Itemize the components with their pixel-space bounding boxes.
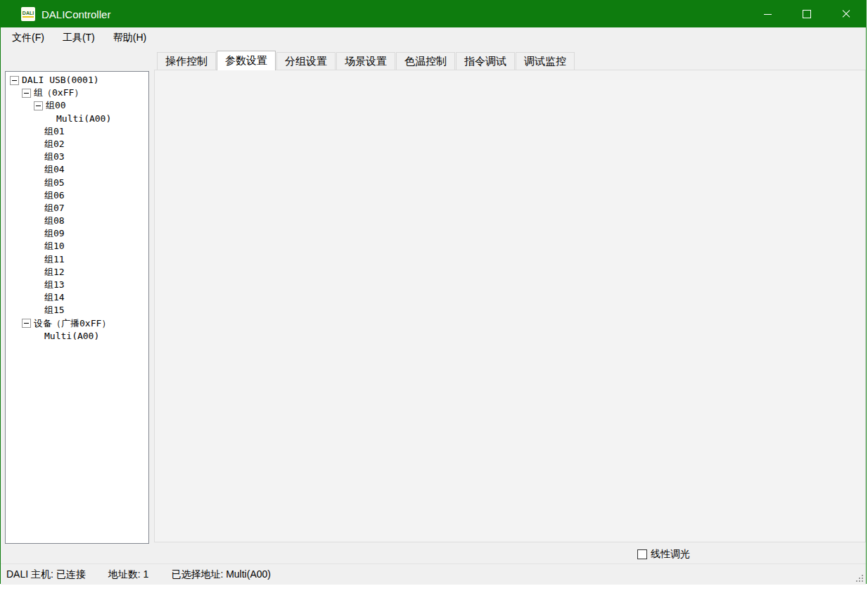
menu-item-1[interactable]: 工具(T) [56, 29, 102, 47]
close-button[interactable] [826, 1, 866, 27]
tree-item-group-root[interactable]: 组（0xFF） [6, 87, 148, 99]
tree-item-group-10[interactable]: 组10 [6, 240, 148, 253]
linear-dimming-checkbox-row: 线性调光 [637, 547, 690, 561]
tree-item-label: Multi(A00) [44, 330, 99, 343]
statusbar-host: DALI 主机: 已连接 [6, 568, 86, 581]
menu-bar: 文件(F)工具(T)帮助(H) [1, 27, 866, 49]
tab-分组设置[interactable]: 分组设置 [276, 52, 336, 70]
tab-场景设置[interactable]: 场景设置 [336, 52, 395, 70]
tree-item-label: 组09 [44, 227, 65, 240]
tree-item-group-00[interactable]: 组00 [6, 99, 148, 112]
app-icon-text: DALI [23, 11, 34, 18]
tab-参数设置[interactable]: 参数设置 [217, 51, 276, 70]
tab-调试监控[interactable]: 调试监控 [516, 52, 575, 70]
tree-item-group-03[interactable]: 组03 [6, 151, 148, 163]
tab-strip: 操作控制参数设置分组设置场景设置色温控制指令调试调试监控 [157, 52, 575, 70]
minimize-icon [764, 14, 772, 15]
linear-dimming-checkbox[interactable] [637, 549, 647, 559]
tree-item-label: 组07 [44, 202, 65, 215]
tree-item-device-broadcast[interactable]: 设备（广播0xFF） [6, 317, 148, 330]
tab-page-parameters [154, 70, 866, 542]
tree-item-group-07[interactable]: 组07 [6, 202, 148, 215]
tree-item-label: 组15 [44, 304, 65, 317]
tree-item-group-11[interactable]: 组11 [6, 253, 148, 266]
tree-item-label: 组01 [44, 125, 65, 138]
menu-item-0[interactable]: 文件(F) [5, 29, 51, 47]
tree-item-group-14[interactable]: 组14 [6, 291, 148, 304]
tree-expander-icon[interactable] [10, 76, 19, 85]
tree-item-group-05[interactable]: 组05 [6, 177, 148, 189]
tree-item-group-12[interactable]: 组12 [6, 266, 148, 279]
minimize-button[interactable] [748, 1, 787, 27]
statusbar-selected-address: 已选择地址: Multi(A00) [171, 568, 271, 581]
tree-item-group-06[interactable]: 组06 [6, 189, 148, 202]
tab-指令调试[interactable]: 指令调试 [456, 52, 515, 70]
tab-色温控制[interactable]: 色温控制 [396, 52, 455, 70]
tree-item-label: Multi(A00) [56, 113, 111, 125]
tree-item-label: 组12 [44, 266, 65, 279]
status-bar: DALI 主机: 已连接 地址数: 1 已选择地址: Multi(A00) [1, 563, 866, 585]
menu-item-2[interactable]: 帮助(H) [106, 29, 153, 47]
tree-item-group-02[interactable]: 组02 [6, 138, 148, 151]
tree-item-label: 组06 [44, 189, 65, 202]
tree-item-label: 组08 [44, 215, 65, 227]
device-tree[interactable]: DALI USB(0001)组（0xFF）组00Multi(A00)组01组02… [5, 71, 149, 544]
window-title: DALIController [42, 8, 748, 20]
app-window: DALI DALIController 文件(F)工具(T)帮助(H) 操作控制… [0, 0, 867, 584]
tree-item-group-01[interactable]: 组01 [6, 125, 148, 138]
maximize-icon [803, 10, 811, 18]
tree-item-group-08[interactable]: 组08 [6, 215, 148, 227]
tree-item-label: 组14 [44, 291, 65, 304]
tree-item-device-multi-a00[interactable]: Multi(A00) [6, 330, 148, 343]
tree-item-label: 组10 [44, 240, 65, 253]
tree-item-group-09[interactable]: 组09 [6, 227, 148, 240]
tree-item-label: 组11 [44, 253, 65, 266]
tree-item-group-04[interactable]: 组04 [6, 163, 148, 176]
tree-item-dali-usb[interactable]: DALI USB(0001) [6, 74, 148, 87]
tree-expander-icon[interactable] [22, 89, 31, 98]
tree-item-label: 组（0xFF） [34, 87, 83, 99]
statusbar-address-count: 地址数: 1 [108, 568, 149, 581]
tree-item-label: 组04 [44, 163, 65, 176]
screen: DALI DALIController 文件(F)工具(T)帮助(H) 操作控制… [0, 0, 868, 605]
tree-item-label: DALI USB(0001) [22, 74, 99, 87]
resize-grip[interactable] [855, 574, 864, 582]
tree-expander-icon[interactable] [34, 101, 43, 110]
tree-item-label: 组00 [46, 99, 66, 112]
tree-item-label: 组03 [44, 151, 65, 163]
maximize-button[interactable] [787, 1, 826, 27]
close-icon [842, 10, 850, 18]
app-icon: DALI [21, 7, 35, 21]
title-bar: DALI DALIController [1, 1, 866, 27]
linear-dimming-label: 线性调光 [651, 548, 690, 561]
tree-expander-icon[interactable] [22, 319, 31, 328]
tree-item-group-13[interactable]: 组13 [6, 279, 148, 291]
tree-item-multi-a00[interactable]: Multi(A00) [6, 113, 148, 125]
tab-操作控制[interactable]: 操作控制 [157, 52, 216, 70]
tree-item-label: 组13 [44, 279, 65, 291]
tree-item-label: 组05 [44, 177, 65, 189]
tree-item-label: 设备（广播0xFF） [34, 317, 110, 330]
tree-item-label: 组02 [44, 138, 65, 151]
tree-item-group-15[interactable]: 组15 [6, 304, 148, 317]
